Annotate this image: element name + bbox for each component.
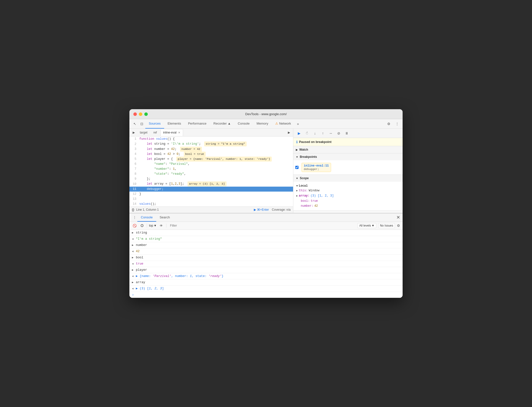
debugger-panel: ▶ ↓ ↑ ↔ ⊘ ⏸ ℹ Paused on breakpoint <box>293 129 403 213</box>
scope-item-number: number: 42 <box>293 204 403 208</box>
tab-sources[interactable]: Sources <box>145 119 164 129</box>
scope-item-this[interactable]: this: Window <box>293 188 403 193</box>
info-icon: ℹ <box>296 140 298 144</box>
scope-item-array[interactable]: array: (3) [1, 2, 3] <box>293 193 403 199</box>
code-line-7: 7 "number": 1, <box>129 167 293 171</box>
tab-console[interactable]: Console <box>234 119 253 129</box>
pause-on-exceptions-button[interactable]: ⏸ <box>343 130 350 136</box>
cursor-icon[interactable]: ↖ <box>131 120 138 127</box>
toolbar-separator <box>147 224 147 228</box>
maximize-button[interactable] <box>144 112 148 116</box>
source-tab-end[interactable]: ▶ <box>286 130 292 135</box>
log-levels-dropdown[interactable]: All levels ▼ <box>357 223 376 228</box>
scope-header[interactable]: Scope <box>293 175 403 182</box>
return-icon-3: ◀ <box>132 261 135 266</box>
code-line-10: 10 let array = [1,2,3]; array = (3) [1, … <box>129 181 293 186</box>
run-button[interactable]: ▶ ⌘+Enter <box>254 208 269 211</box>
code-editor[interactable]: 1 function values() { 2 let string = 'I\… <box>129 136 293 206</box>
local-section[interactable]: Local <box>293 184 403 188</box>
step-out-button[interactable]: ↑ <box>320 130 326 136</box>
this-expand-icon <box>296 189 298 193</box>
console-row-bool-out: ▶ bool <box>129 255 403 261</box>
issues-button[interactable]: No Issues <box>378 223 395 228</box>
window-controls <box>133 112 148 116</box>
toolbar-separator-2 <box>166 224 166 228</box>
breakpoints-header[interactable]: Breakpoints <box>293 153 403 160</box>
resume-button[interactable]: ▶ <box>296 130 302 136</box>
scope-tree: Local this: Window array: (3) [1, 2, 3] <box>293 183 403 209</box>
source-tab-target[interactable]: target <box>137 129 150 136</box>
pretty-print-icon[interactable]: {} <box>132 208 134 211</box>
watch-label: Watch <box>299 148 308 151</box>
sources-panel: ▶ target ref inline-eval ✕ ▶ 1 function … <box>129 129 293 213</box>
expand-icon-4[interactable]: ▶ <box>132 268 135 272</box>
breakpoints-label: Breakpoints <box>300 155 317 159</box>
code-line-1: 1 function values() { <box>129 136 293 141</box>
source-tab-inline-eval[interactable]: inline-eval ✕ <box>160 129 183 136</box>
code-line-9: 9 }; <box>129 176 293 181</box>
tab-recorder[interactable]: Recorder ▲ <box>210 119 234 129</box>
sidebar-toggle[interactable]: ▶ <box>131 130 136 135</box>
watch-header[interactable]: Watch <box>293 146 403 153</box>
console-prompt[interactable]: › <box>129 292 403 298</box>
more-tabs-button[interactable]: » <box>295 120 302 127</box>
device-icon[interactable]: ⊡ <box>138 120 145 127</box>
return-icon-5: ◀ <box>132 286 135 291</box>
code-line-2: 2 let string = 'I\'m a string'; string =… <box>129 141 293 146</box>
coverage-label: Coverage: n/a <box>272 208 291 211</box>
settings-icon[interactable]: ⚙ <box>385 120 392 127</box>
close-button[interactable] <box>133 112 137 116</box>
console-row-player-out: ▶ player <box>129 267 403 273</box>
console-tab-bar: ⋮ Console Search ✕ <box>129 213 403 222</box>
console-row-array-in: ◀ ▶ (3) [1, 2, 3] <box>129 286 403 292</box>
console-input[interactable] <box>135 293 400 297</box>
watch-expand-icon <box>296 148 298 151</box>
tab-performance[interactable]: Performance <box>185 119 210 129</box>
status-bar-right: ▶ ⌘+Enter Coverage: n/a <box>254 208 291 211</box>
code-line-11: 11 debugger; <box>129 187 293 192</box>
clear-console-button[interactable]: 🚫 <box>132 223 137 228</box>
scope-body: Local this: Window array: (3) [1, 2, 3] <box>293 182 403 210</box>
paused-info-bar: ℹ Paused on breakpoint <box>293 138 403 146</box>
expand-icon-3[interactable]: ▶ <box>132 255 135 260</box>
titlebar: DevTools - www.google.com/ <box>129 109 403 119</box>
breakpoint-row: inline-eval:11 debugger; <box>293 161 403 173</box>
scope-section: Scope Local this: Window <box>293 175 403 211</box>
deactivate-breakpoints-button[interactable]: ⊘ <box>336 130 342 136</box>
step-button[interactable]: ↔ <box>328 130 334 136</box>
filter-toggle-button[interactable] <box>139 223 145 228</box>
breakpoint-code: debugger; <box>304 168 329 171</box>
expand-icon-2[interactable]: ▶ <box>132 243 135 248</box>
scope-expand-icon <box>296 176 298 180</box>
close-console-button[interactable]: ✕ <box>396 215 400 220</box>
tab-search[interactable]: Search <box>156 213 173 222</box>
expand-icon[interactable]: ▶ <box>132 230 135 235</box>
source-tab-ref[interactable]: ref <box>151 129 159 136</box>
tab-network[interactable]: ⚠Network <box>272 119 295 129</box>
minimize-button[interactable] <box>139 112 142 116</box>
step-into-button[interactable]: ↓ <box>312 130 318 136</box>
tab-memory[interactable]: Memory <box>253 119 272 129</box>
console-row-number-out: ▶ number <box>129 242 403 248</box>
breakpoints-expand-icon <box>296 155 298 159</box>
console-row-array-out: ▶ array <box>129 279 403 286</box>
breakpoints-body: inline-eval:11 debugger; <box>293 160 403 174</box>
close-tab-icon[interactable]: ✕ <box>178 131 180 134</box>
source-tabs: ▶ target ref inline-eval ✕ ▶ <box>129 129 293 136</box>
breakpoint-checkbox[interactable] <box>295 166 299 169</box>
console-row-string-out: ▶ string <box>129 230 403 236</box>
return-icon: ◀ <box>132 237 135 241</box>
console-filter-input[interactable] <box>168 223 356 228</box>
code-line-4: 4 let bool = 42 > 0; bool = true <box>129 152 293 157</box>
tab-elements[interactable]: Elements <box>164 119 185 129</box>
code-line-6: 6 "name": "Parzival", <box>129 162 293 167</box>
step-over-button[interactable] <box>304 130 310 136</box>
context-selector[interactable]: top ▼ <box>149 224 157 227</box>
tab-console-bottom[interactable]: Console <box>137 213 156 222</box>
console-settings-icon[interactable]: ⚙ <box>397 224 400 228</box>
console-menu-icon[interactable]: ⋮ <box>132 215 137 220</box>
more-options-icon[interactable]: ⋮ <box>394 120 401 127</box>
expand-icon-5[interactable]: ▶ <box>132 280 135 285</box>
eye-icon[interactable]: 👁 <box>159 223 164 228</box>
scope-item-bool: bool: true <box>293 199 403 204</box>
